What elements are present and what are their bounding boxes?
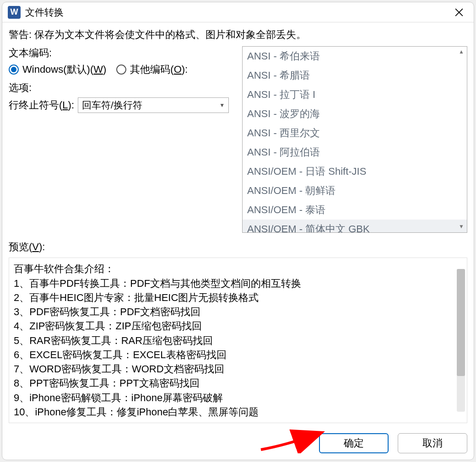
scroll-up-icon[interactable]: ▲: [459, 48, 464, 56]
arrow-annotation-icon: [259, 428, 327, 453]
close-icon: [455, 8, 463, 16]
preview-line: 9、iPhone密码解锁工具：iPhone屏幕密码破解: [14, 391, 452, 405]
encoding-option[interactable]: ANSI - 希腊语: [243, 66, 467, 85]
preview-line: 8、PPT密码恢复工具：PPT文稿密码找回: [14, 376, 452, 390]
button-row: 确定 取消: [2, 430, 474, 460]
preview-line: 7、WORD密码恢复工具：WORD文档密码找回: [14, 362, 452, 376]
preview-scroll-thumb[interactable]: [457, 269, 465, 376]
preview-line: 5、RAR密码恢复工具：RAR压缩包密码找回: [14, 333, 452, 348]
radio-other-encoding[interactable]: 其他编码(O):: [116, 63, 188, 76]
encoding-listbox[interactable]: ANSI - 希伯来语ANSI - 希腊语ANSI - 拉丁语 IANSI - …: [242, 46, 467, 233]
options-label: 选项:: [9, 81, 242, 95]
encoding-option[interactable]: ANSI/OEM - 朝鲜语: [243, 181, 467, 200]
radio-other-label: 其他编码(O):: [130, 63, 188, 76]
cancel-button[interactable]: 取消: [398, 433, 467, 453]
line-ending-label: 行终止符号(L):: [9, 98, 74, 112]
scroll-down-icon[interactable]: ▼: [459, 223, 464, 231]
encoding-option[interactable]: ANSI - 阿拉伯语: [243, 143, 467, 162]
encoding-option[interactable]: ANSI - 希伯来语: [243, 47, 467, 66]
preview-line: 3、PDF密码恢复工具：PDF文档密码找回: [14, 305, 452, 319]
radio-windows-label: Windows(默认)(W): [22, 63, 106, 76]
preview-line: 4、ZIP密码恢复工具：ZIP压缩包密码找回: [14, 319, 452, 333]
listbox-scrollbar[interactable]: ▲ ▼: [457, 48, 466, 231]
warning-text: 警告: 保存为文本文件将会使文件中的格式、图片和对象全部丢失。: [9, 28, 467, 42]
preview-line: 2、百事牛HEIC图片专家：批量HEIC图片无损转换格式: [14, 290, 452, 305]
dialog-content: 警告: 保存为文本文件将会使文件中的格式、图片和对象全部丢失。 文本编码: Wi…: [2, 22, 474, 430]
file-conversion-dialog: W 文件转换 警告: 保存为文本文件将会使文件中的格式、图片和对象全部丢失。 文…: [2, 2, 474, 460]
preview-text: 百事牛软件合集介绍：1、百事牛PDF转换工具：PDF文档与其他类型文档间的相互转…: [9, 258, 457, 423]
text-encoding-label: 文本编码:: [9, 46, 242, 60]
radio-windows-default[interactable]: Windows(默认)(W): [9, 63, 106, 76]
encoding-option[interactable]: ANSI/OEM - 泰语: [243, 200, 467, 220]
preview-line: 1、百事牛PDF转换工具：PDF文档与其他类型文档间的相互转换: [14, 276, 452, 290]
preview-box: 百事牛软件合集介绍：1、百事牛PDF转换工具：PDF文档与其他类型文档间的相互转…: [9, 258, 467, 423]
titlebar: W 文件转换: [2, 2, 474, 22]
word-app-icon: W: [8, 6, 21, 19]
chevron-down-icon: ▼: [219, 102, 225, 108]
dialog-title: 文件转换: [25, 6, 450, 19]
encoding-option[interactable]: ANSI - 波罗的海: [243, 104, 467, 124]
encoding-option[interactable]: ANSI/OEM - 简体中文 GBK: [243, 220, 467, 232]
preview-line: 百事牛软件合集介绍：: [14, 262, 452, 276]
radio-checked-icon: [9, 64, 19, 75]
close-button[interactable]: [450, 3, 468, 21]
radio-unchecked-icon: [116, 64, 126, 75]
encoding-option[interactable]: ANSI - 西里尔文: [243, 124, 467, 143]
line-ending-value: 回车符/换行符: [82, 99, 142, 112]
preview-line: 10、iPhone修复工具：修复iPhone白苹果、黑屏等问题: [14, 405, 452, 419]
preview-scrollbar[interactable]: [457, 269, 465, 412]
encoding-option[interactable]: ANSI - 拉丁语 I: [243, 85, 467, 104]
line-ending-dropdown[interactable]: 回车符/换行符 ▼: [78, 97, 229, 113]
preview-line: 6、EXCEL密码恢复工具：EXCEL表格密码找回: [14, 348, 452, 362]
preview-label: 预览(V):: [9, 240, 467, 254]
encoding-option[interactable]: ANSI/OEM - 日语 Shift-JIS: [243, 162, 467, 181]
ok-button[interactable]: 确定: [319, 433, 389, 453]
